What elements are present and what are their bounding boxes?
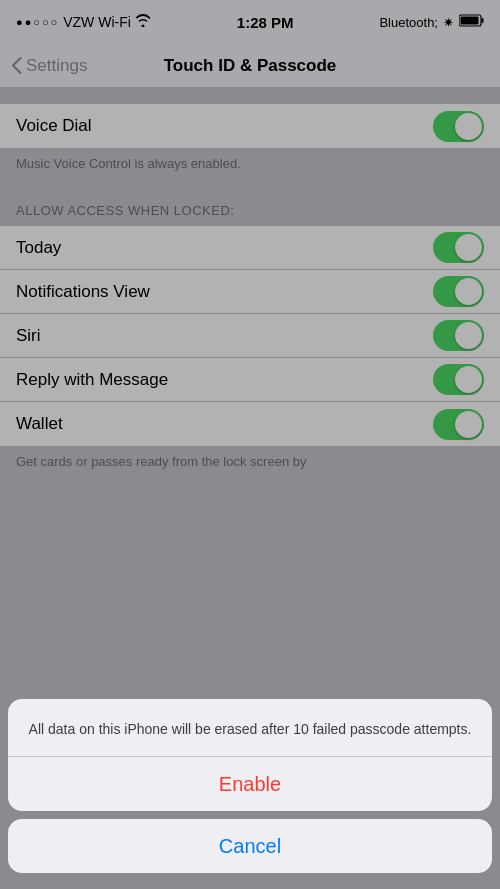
enable-button[interactable]: Enable <box>8 757 492 811</box>
alert-overlay: All data on this iPhone will be erased a… <box>0 0 500 889</box>
alert-message: All data on this iPhone will be erased a… <box>8 699 492 757</box>
alert-box: All data on this iPhone will be erased a… <box>8 699 492 811</box>
cancel-button[interactable]: Cancel <box>8 819 492 873</box>
alert-container: All data on this iPhone will be erased a… <box>0 699 500 889</box>
